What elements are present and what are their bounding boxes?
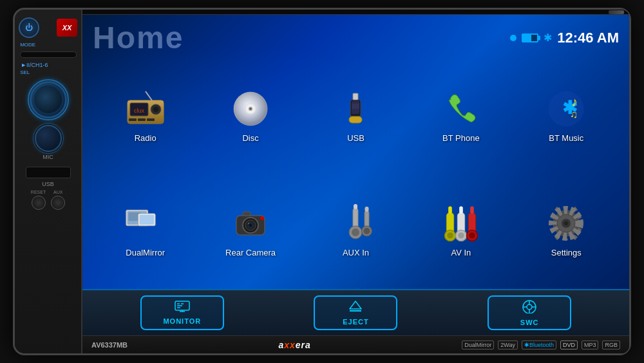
app-radio[interactable]: clux Radio: [95, 60, 195, 170]
reset-circle[interactable]: [32, 196, 46, 210]
avin-icon: [439, 201, 483, 245]
camera-icon: [229, 201, 272, 245]
svg-rect-7: [138, 118, 146, 121]
mode-label: MODE: [20, 42, 80, 48]
home-title: Home: [93, 20, 184, 55]
eject-button[interactable]: EJECT: [314, 295, 397, 330]
eject-label: EJECT: [343, 318, 368, 326]
svg-rect-8: [147, 118, 155, 121]
model-number: AV6337MB: [91, 341, 128, 349]
radio-label: Radio: [135, 133, 156, 143]
top-button-row: ⏻ XX: [15, 15, 81, 41]
badge-dualmirror: DualMirror: [462, 340, 494, 349]
phone-icon: [439, 87, 483, 131]
status-dot: [510, 35, 516, 41]
main-knob-wrapper: [28, 79, 69, 120]
power-button[interactable]: ⏻: [19, 17, 39, 38]
svg-rect-48: [448, 206, 452, 213]
left-control-panel: ⏻ XX MODE ►II/CH1-6 SEL MIC: [15, 10, 82, 353]
swc-icon: [522, 299, 537, 317]
svg-rect-18: [349, 116, 362, 123]
svg-point-51: [458, 232, 464, 238]
svg-rect-17: [352, 104, 359, 109]
knob-area: MIC: [15, 77, 81, 163]
avin-label: AV In: [451, 248, 471, 257]
clock-display: 12:46 AM: [557, 30, 619, 46]
svg-point-61: [564, 221, 568, 225]
usb-port[interactable]: [26, 167, 71, 178]
app-rearcamera[interactable]: Rear Camera: [200, 175, 300, 284]
app-btmusic[interactable]: ✱ ♪ ♫ BT Music: [516, 60, 616, 170]
reset-button: RESET: [31, 190, 46, 210]
auxin-label: AUX In: [343, 248, 369, 257]
app-icon-grid: clux Radio: [82, 58, 629, 289]
footer-bar: AV6337MB axxera DualMirror 2Way ✱Bluetoo…: [82, 335, 629, 353]
mic-label: MIC: [43, 154, 53, 160]
aux-label: AUX: [53, 190, 62, 194]
svg-text:clux: clux: [134, 107, 145, 114]
svg-rect-44: [365, 207, 369, 212]
app-auxin[interactable]: AUX In: [306, 175, 406, 284]
badge-2way: 2Way: [498, 340, 518, 349]
svg-rect-40: [354, 204, 357, 209]
bottom-bar: MONITOR EJECT: [82, 289, 629, 335]
eject-top-button[interactable]: [609, 10, 624, 14]
eject-icon: [348, 300, 363, 316]
app-disc[interactable]: Disc: [200, 60, 300, 170]
main-screen: Home ✱ 12:46 AM: [82, 15, 629, 335]
svg-point-55: [469, 232, 475, 238]
battery-icon: [522, 33, 538, 42]
usb-label: USB: [42, 181, 54, 187]
battery-fill: [523, 35, 531, 41]
reset-aux-row: RESET AUX: [31, 190, 65, 210]
reset-label: RESET: [31, 190, 46, 194]
usb-area: USB: [26, 167, 71, 187]
settings-icon: [544, 201, 588, 245]
monitor-label: MONITOR: [163, 317, 201, 325]
badge-bluetooth: ✱Bluetooth: [522, 340, 556, 349]
app-avin[interactable]: AV In: [411, 175, 511, 284]
monitor-button[interactable]: MONITOR: [140, 295, 224, 330]
dualmirror-icon: [124, 201, 167, 245]
svg-point-36: [260, 216, 264, 220]
svg-text:♪: ♪: [571, 95, 578, 109]
svg-point-43: [364, 228, 370, 234]
svg-point-5: [153, 107, 158, 112]
app-dualmirror[interactable]: DualMirror: [95, 175, 195, 284]
screen-header: Home ✱ 12:46 AM: [82, 15, 629, 58]
small-knob-wrapper: MIC: [34, 124, 62, 160]
brand-display: axxera: [278, 340, 310, 350]
swc-label: SWC: [520, 319, 539, 326]
small-knob-ring: [33, 123, 64, 154]
xx-badge: XX: [57, 19, 77, 37]
btphone-label: BT Phone: [442, 133, 480, 143]
app-settings[interactable]: Settings: [516, 175, 616, 284]
unit-body: ⏻ XX MODE ►II/CH1-6 SEL MIC: [13, 8, 631, 355]
disc-icon: [229, 87, 272, 131]
svg-point-14: [250, 108, 252, 110]
app-btphone[interactable]: BT Phone: [411, 60, 511, 170]
status-bar: ✱ 12:46 AM: [510, 30, 619, 46]
track-info: ►II/CH1-6: [18, 62, 78, 68]
badge-rgb: RGB: [602, 340, 620, 349]
eject-top-strip: [82, 10, 629, 15]
app-usb[interactable]: USB: [306, 60, 406, 170]
btmusic-label: BT Music: [549, 133, 583, 143]
screen-area: Home ✱ 12:46 AM: [82, 10, 629, 353]
svg-rect-56: [470, 206, 474, 213]
main-knob[interactable]: [30, 81, 67, 118]
bluetooth-icon: ✱: [544, 32, 552, 44]
svg-point-39: [352, 228, 359, 236]
svg-point-33: [249, 223, 252, 227]
btmusic-icon: ✱ ♪ ♫: [544, 87, 588, 131]
swc-button[interactable]: SWC: [488, 295, 571, 330]
dualmirror-label: DualMirror: [126, 248, 165, 257]
rearcamera-label: Rear Camera: [225, 248, 276, 257]
svg-rect-52: [459, 206, 463, 213]
disc-slot: [20, 51, 77, 58]
svg-rect-28: [139, 215, 154, 225]
aux-circle[interactable]: [51, 196, 65, 210]
usb-label: USB: [347, 133, 365, 143]
monitor-icon: [175, 301, 190, 315]
sel-label: SEL: [20, 70, 80, 75]
